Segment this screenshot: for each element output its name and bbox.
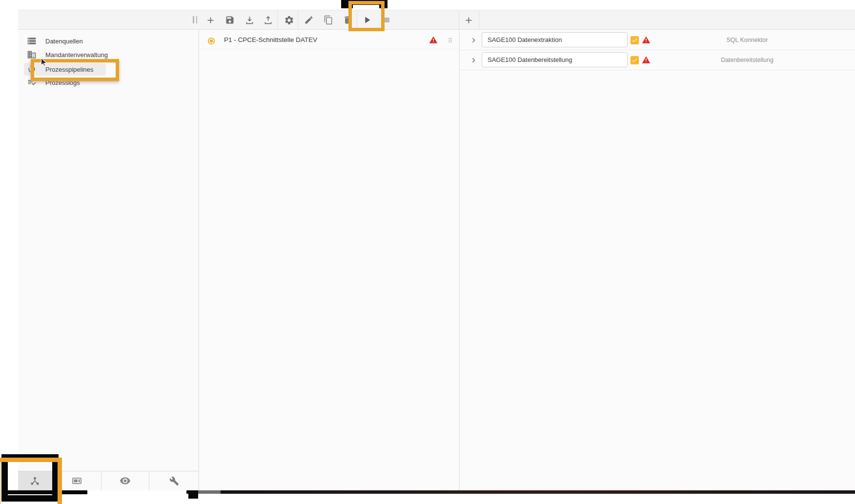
annotation-black-mark-top bbox=[341, 0, 387, 5]
eye-icon bbox=[120, 475, 131, 486]
navigation-panel: Datenquellen Mandantenverwaltung Prozess… bbox=[18, 30, 199, 490]
drag-handle-dots-icon[interactable] bbox=[447, 36, 454, 44]
delete-button[interactable] bbox=[339, 11, 356, 29]
sidebar-item-prozesspipelines[interactable]: Prozesspipelines bbox=[18, 63, 199, 76]
stop-pipeline-button[interactable] bbox=[378, 11, 396, 29]
plus-icon bbox=[464, 15, 474, 25]
warning-icon bbox=[642, 56, 651, 64]
pencil-icon bbox=[304, 15, 314, 25]
add-pipeline-button[interactable] bbox=[202, 11, 219, 29]
pipeline-steps-panel: SQL Konnektor Datenbereitstellung bbox=[460, 30, 855, 490]
step-type-label: SQL Konnektor bbox=[693, 30, 801, 50]
hierarchy-icon bbox=[30, 476, 40, 486]
main-toolbar bbox=[18, 10, 855, 30]
export-button[interactable] bbox=[259, 11, 277, 29]
toolbar-separator bbox=[277, 10, 278, 29]
window-bottom-edge bbox=[186, 490, 855, 494]
toolbar-separator bbox=[459, 10, 459, 29]
chevron-right-icon[interactable] bbox=[469, 36, 478, 45]
tab-preview[interactable] bbox=[102, 471, 150, 490]
left-panel-footer-tabs bbox=[18, 471, 199, 490]
import-button[interactable] bbox=[241, 11, 258, 29]
pipeline-row[interactable]: P1 - CPCE-Schnittstelle DATEV bbox=[200, 30, 459, 49]
edit-button[interactable] bbox=[300, 11, 318, 29]
sidebar-item-datenquellen[interactable]: Datenquellen bbox=[18, 35, 199, 48]
upload-icon bbox=[263, 15, 273, 25]
pipeline-list-panel: P1 - CPCE-Schnittstelle DATEV bbox=[200, 30, 460, 490]
building-icon bbox=[27, 50, 37, 60]
sidebar-item-prozesslogs[interactable]: Prozesslogs bbox=[18, 76, 199, 89]
play-icon bbox=[362, 15, 372, 25]
toolbar-separator bbox=[357, 10, 357, 29]
storage-icon bbox=[27, 36, 37, 46]
plus-icon bbox=[205, 15, 216, 25]
card-layout-icon bbox=[71, 475, 82, 486]
pipeline-name: P1 - CPCE-Schnittstelle DATEV bbox=[224, 30, 317, 49]
save-button[interactable] bbox=[221, 11, 239, 29]
chevron-right-icon[interactable] bbox=[469, 56, 478, 65]
tab-tools[interactable] bbox=[149, 471, 199, 490]
trash-icon bbox=[343, 15, 352, 25]
sidebar-item-label: Mandantenverwaltung bbox=[45, 48, 108, 61]
radio-selected-icon[interactable] bbox=[207, 37, 216, 45]
add-step-button[interactable] bbox=[460, 11, 477, 29]
gear-icon bbox=[284, 15, 294, 25]
wrench-icon bbox=[169, 476, 179, 486]
playlist-check-icon bbox=[27, 78, 37, 87]
annotation-black-mark-bottom-left bbox=[6, 490, 87, 494]
stop-icon bbox=[382, 15, 392, 25]
step-name-input[interactable] bbox=[482, 52, 628, 67]
check-icon bbox=[631, 37, 638, 43]
run-pipeline-button[interactable] bbox=[358, 11, 376, 29]
step-name-input[interactable] bbox=[482, 32, 628, 47]
download-icon bbox=[244, 15, 255, 25]
window-bottom-edge-segment bbox=[198, 490, 221, 494]
save-icon bbox=[225, 15, 235, 25]
window-bottom-edge-nub bbox=[188, 490, 198, 499]
panel-resize-handle[interactable] bbox=[193, 16, 197, 23]
warning-icon bbox=[429, 36, 438, 44]
step-type-label: Datenbereitstellung bbox=[693, 50, 801, 70]
app-screen: Datenquellen Mandantenverwaltung Prozess… bbox=[0, 0, 855, 504]
sidebar-item-mandantenverwaltung[interactable]: Mandantenverwaltung bbox=[18, 48, 199, 61]
warning-icon bbox=[642, 36, 651, 44]
duplicate-button[interactable] bbox=[320, 11, 337, 29]
toolbar-separator bbox=[298, 10, 298, 29]
toolbar-separator bbox=[479, 10, 479, 29]
check-icon bbox=[631, 57, 638, 63]
sidebar-item-label: Prozesspipelines bbox=[45, 63, 93, 76]
step-enabled-checkbox[interactable] bbox=[631, 56, 639, 64]
tab-pipeline-structure[interactable] bbox=[18, 471, 53, 490]
settings-button[interactable] bbox=[280, 11, 298, 29]
copy-icon bbox=[324, 15, 333, 25]
sync-icon bbox=[27, 64, 37, 74]
annotation-black-mark-top bbox=[379, 0, 387, 8]
sidebar-item-label: Prozesslogs bbox=[45, 76, 80, 89]
step-enabled-checkbox[interactable] bbox=[631, 36, 639, 44]
tab-card-view[interactable] bbox=[53, 471, 102, 490]
step-row: Datenbereitstellung bbox=[460, 50, 855, 70]
step-row: SQL Konnektor bbox=[460, 30, 855, 50]
sidebar-item-label: Datenquellen bbox=[45, 35, 83, 48]
annotation-black-mark-top bbox=[341, 0, 353, 8]
